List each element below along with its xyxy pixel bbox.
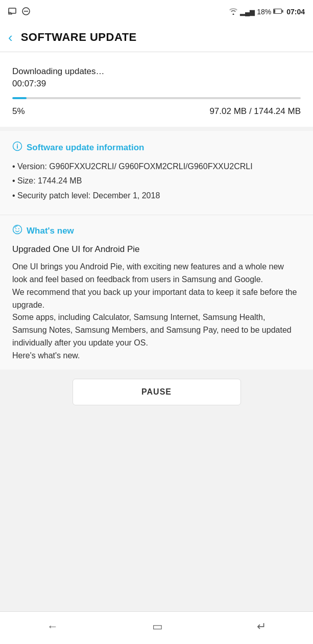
svg-point-8 [17, 144, 18, 145]
battery-percent: 18% [257, 8, 271, 16]
whats-new-title-text: What's new [27, 226, 74, 236]
progress-stats: 5% 97.02 MB / 1744.24 MB [12, 106, 301, 117]
progress-bar-container [12, 97, 301, 99]
menu-nav-icon[interactable]: ↵ [257, 620, 266, 633]
back-nav-icon[interactable]: ← [47, 620, 58, 633]
software-info-section: Software update information Version: G96… [0, 131, 313, 215]
whats-new-headline: Upgraded One UI for Android Pie [12, 244, 301, 255]
wifi-icon [229, 8, 238, 16]
whats-new-title: What's new [12, 224, 301, 237]
progress-size-label: 97.02 MB / 1744.24 MB [209, 106, 301, 117]
svg-point-9 [13, 225, 22, 234]
info-list-item: Version: G960FXXU2CRLI/ G960FOXM2CRLI/G9… [12, 161, 301, 172]
minus-circle-icon [21, 7, 31, 17]
software-info-title-text: Software update information [27, 143, 144, 153]
whats-new-body: One UI brings you Android Pie, with exci… [12, 261, 301, 362]
bottom-navigation: ← ▭ ↵ [0, 611, 313, 644]
status-bar-right-icons: ▂▄▆ 18% 07:04 [229, 8, 305, 16]
time-display: 07:04 [286, 8, 305, 16]
download-timer: 00:07:39 [12, 79, 301, 89]
svg-point-10 [15, 228, 16, 229]
software-info-list: Version: G960FXXU2CRLI/ G960FOXM2CRLI/G9… [12, 161, 301, 201]
smiley-icon [12, 224, 22, 237]
progress-percent-label: 5% [12, 106, 25, 117]
download-status-text: Downloading updates… [12, 66, 301, 77]
software-info-title: Software update information [12, 141, 301, 154]
pause-section: PAUSE [0, 370, 313, 416]
recents-nav-icon[interactable]: ▭ [152, 620, 163, 633]
progress-bar-fill [12, 97, 27, 99]
download-section: Downloading updates… 00:07:39 5% 97.02 M… [0, 52, 313, 127]
status-bar-left-icons [8, 7, 31, 17]
whats-new-section: What's new Upgraded One UI for Android P… [0, 215, 313, 369]
svg-rect-4 [274, 10, 276, 13]
top-navigation: ‹ SOFTWARE UPDATE [0, 22, 313, 52]
screen-cast-icon [8, 7, 17, 17]
info-list-item: Size: 1744.24 MB [12, 175, 301, 187]
info-circle-icon [12, 141, 22, 154]
signal-icon: ▂▄▆ [240, 8, 255, 16]
status-bar: ▂▄▆ 18% 07:04 [0, 0, 313, 22]
info-list-item: Security patch level: December 1, 2018 [12, 190, 301, 201]
pause-button[interactable]: PAUSE [73, 379, 241, 405]
battery-icon [273, 8, 283, 16]
svg-rect-5 [282, 10, 283, 13]
back-button[interactable]: ‹ [8, 31, 13, 44]
main-content: Downloading updates… 00:07:39 5% 97.02 M… [0, 52, 313, 611]
page-title: SOFTWARE UPDATE [21, 31, 137, 44]
svg-point-11 [18, 228, 19, 229]
